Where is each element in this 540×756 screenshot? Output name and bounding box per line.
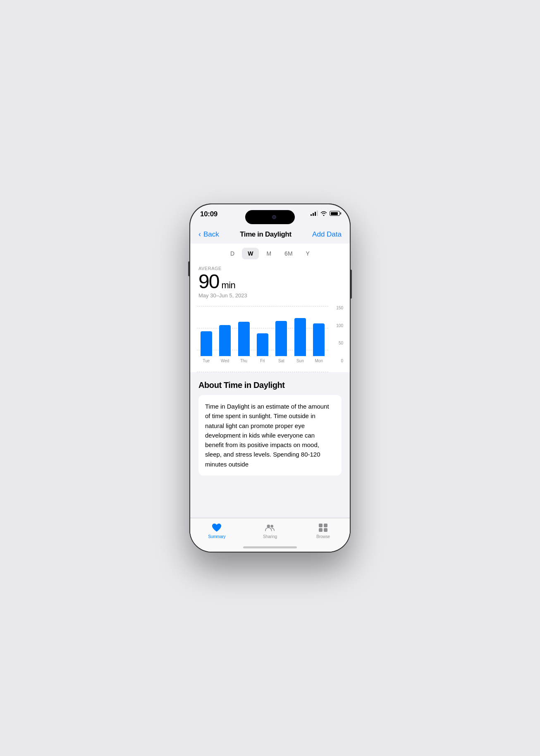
bar-tue xyxy=(201,331,212,356)
stats-area: AVERAGE 90 min May 30–Jun 5, 2023 xyxy=(190,264,350,302)
stats-value: 90 min xyxy=(198,272,342,292)
svg-rect-2 xyxy=(319,524,323,527)
stats-label: AVERAGE xyxy=(198,266,342,271)
bar-col-sat: Sat xyxy=(272,321,291,363)
about-title: About Time in Daylight xyxy=(198,380,342,390)
y-label-150: 150 xyxy=(336,306,343,310)
bar-label-fri: Fri xyxy=(260,359,265,363)
tab-D[interactable]: D xyxy=(225,248,240,259)
bar-col-tue: Tue xyxy=(197,331,215,363)
screen-content: ‹ Back Time in Daylight Add Data D W M 6… xyxy=(190,227,350,552)
back-button[interactable]: ‹ Back xyxy=(198,230,219,239)
svg-rect-5 xyxy=(324,528,327,532)
add-data-button[interactable]: Add Data xyxy=(312,230,342,239)
tab-browse-label: Browse xyxy=(316,534,330,539)
bars-wrapper: Tue Wed Thu xyxy=(197,306,328,372)
svg-rect-4 xyxy=(319,528,323,532)
tab-sharing-label: Sharing xyxy=(263,534,277,539)
bar-wed xyxy=(219,325,231,356)
chevron-left-icon: ‹ xyxy=(198,230,201,239)
about-card: Time in Daylight is an estimate of the a… xyxy=(198,395,342,476)
tab-summary[interactable]: Summary xyxy=(190,522,244,539)
bar-sun xyxy=(294,318,306,356)
page-title: Time in Daylight xyxy=(240,230,292,239)
stats-date-range: May 30–Jun 5, 2023 xyxy=(198,292,342,299)
y-label-0: 0 xyxy=(341,359,343,363)
bar-label-sun: Sun xyxy=(296,359,304,363)
y-label-50: 50 xyxy=(339,341,343,345)
svg-point-1 xyxy=(270,525,273,528)
battery-icon xyxy=(330,211,340,216)
about-text: Time in Daylight is an estimate of the a… xyxy=(205,402,335,469)
back-label: Back xyxy=(203,230,219,239)
heart-icon xyxy=(211,522,222,533)
bar-label-wed: Wed xyxy=(221,359,229,363)
main-scroll: D W M 6M Y AVERAGE 90 min May 30–Jun 5, xyxy=(190,244,350,518)
wifi-icon xyxy=(320,211,327,216)
status-icons xyxy=(311,210,340,216)
bar-label-thu: Thu xyxy=(240,359,247,363)
about-section: About Time in Daylight Time in Daylight … xyxy=(190,372,350,479)
home-indicator xyxy=(243,546,297,548)
bar-col-sun: Sun xyxy=(291,318,309,363)
chart-area: Tue Wed Thu xyxy=(197,306,343,372)
chart-card: D W M 6M Y AVERAGE 90 min May 30–Jun 5, xyxy=(190,244,350,372)
bar-col-fri: Fri xyxy=(253,333,272,363)
tab-Y[interactable]: Y xyxy=(300,248,315,259)
tab-M[interactable]: M xyxy=(260,248,277,259)
svg-rect-3 xyxy=(324,524,327,527)
bar-label-mon: Mon xyxy=(315,359,323,363)
bar-col-mon: Mon xyxy=(310,323,328,363)
time-filter-tabs: D W M 6M Y xyxy=(190,244,350,264)
status-time: 10:09 xyxy=(200,210,217,218)
y-label-100: 100 xyxy=(336,324,343,328)
camera-dot xyxy=(272,215,276,219)
bar-label-sat: Sat xyxy=(278,359,284,363)
signal-icon xyxy=(311,211,318,216)
grid-icon xyxy=(318,522,329,533)
bar-thu xyxy=(238,322,250,356)
tab-summary-label: Summary xyxy=(208,534,225,539)
nav-bar: ‹ Back Time in Daylight Add Data xyxy=(190,227,350,244)
tab-browse[interactable]: Browse xyxy=(296,522,350,539)
y-axis: 150 100 50 0 xyxy=(328,306,343,363)
svg-point-0 xyxy=(267,525,270,528)
bar-fri xyxy=(257,333,268,356)
people-icon xyxy=(265,522,275,533)
bar-sat xyxy=(275,321,287,356)
tab-W[interactable]: W xyxy=(242,248,259,259)
bar-label-tue: Tue xyxy=(203,359,210,363)
bar-col-wed: Wed xyxy=(215,325,234,363)
tab-6M[interactable]: 6M xyxy=(279,248,298,259)
stats-number: 90 xyxy=(198,272,219,292)
bar-mon xyxy=(313,323,325,356)
stats-unit: min xyxy=(221,280,235,291)
phone-screen: 10:09 xyxy=(190,204,350,552)
bar-chart: Tue Wed Thu xyxy=(190,302,350,372)
tab-sharing[interactable]: Sharing xyxy=(244,522,297,539)
bar-col-thu: Thu xyxy=(234,322,253,363)
dynamic-island xyxy=(245,210,295,224)
phone-frame: 10:09 xyxy=(189,203,351,553)
